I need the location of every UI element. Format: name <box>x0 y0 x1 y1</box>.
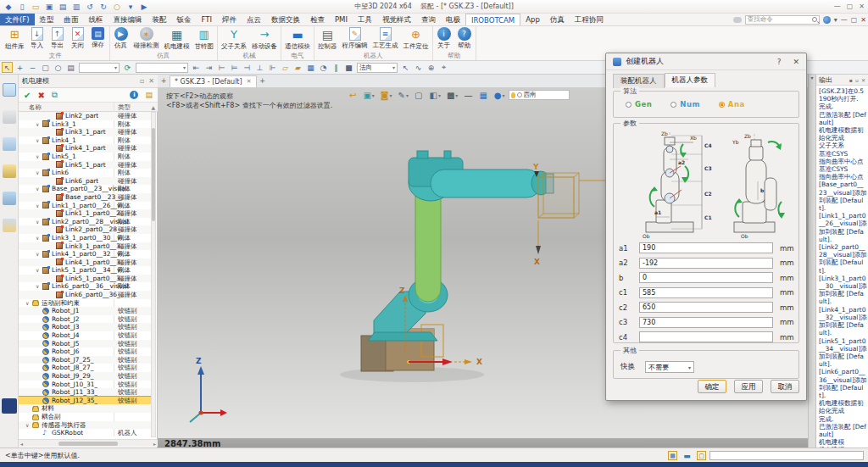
table-row[interactable]: ∨ Link3_1 刚体 <box>19 120 151 129</box>
ribbon-button[interactable]: ↑导出 <box>47 26 68 51</box>
pick-remove-icon[interactable]: − <box>27 62 38 73</box>
ribbon-button[interactable]: ▤控制器 <box>315 26 340 52</box>
ribbon-button[interactable]: ▦机电建模 <box>162 26 192 52</box>
table-row[interactable]: Robot_J4 铰链副 <box>19 331 151 340</box>
command-search-input[interactable]: 查找命令 <box>745 15 820 25</box>
mechatronics-panel-icon[interactable] <box>3 83 16 97</box>
scroll-up-icon[interactable]: ▲ <box>151 103 155 112</box>
ribbon-button[interactable]: Y父子关系 <box>219 26 249 52</box>
ok-button[interactable]: 确定 <box>698 380 726 393</box>
parameter-input[interactable] <box>639 258 773 269</box>
table-row[interactable]: Link4_1_part0__32__respon... 碰撞体 <box>19 259 151 267</box>
table-row[interactable]: Robot_J9_29_ 铰链副 <box>19 372 151 381</box>
collapse-caret-icon[interactable]: ▾ <box>810 75 813 81</box>
table-row[interactable]: Link2_part 碰撞体 <box>19 112 151 120</box>
expand-chevron-icon[interactable]: ∨ <box>36 169 42 177</box>
menu-tab[interactable]: 装配 <box>147 14 172 25</box>
pick-circle-icon[interactable]: ○ <box>53 62 64 73</box>
ribbon-button[interactable]: i关于 <box>434 26 454 51</box>
table-row[interactable]: Robot_J3 铰链副 <box>19 323 151 331</box>
expand-chevron-icon[interactable]: ∨ <box>36 120 42 129</box>
pick-box-icon[interactable]: ▢ <box>40 62 51 73</box>
menu-tab[interactable]: App <box>520 14 545 25</box>
box-select-icon[interactable]: ▢ <box>697 451 706 460</box>
menu-tab[interactable]: 数据交换 <box>266 14 305 25</box>
table-row[interactable]: Link4_1_part 碰撞体 <box>19 144 151 153</box>
expand-chevron-icon[interactable]: ∨ <box>36 266 42 275</box>
table-row[interactable]: ∨ Link2_part0__28__visual 刚体 <box>19 218 151 226</box>
cancel-icon[interactable]: ✖ <box>37 91 44 100</box>
table-row[interactable]: ∨ Link5_1 刚体 <box>19 153 151 161</box>
table-row[interactable]: Robot_J11_33_ 铰链副 <box>19 388 151 397</box>
selection-set-combo[interactable]: ▾ <box>136 63 188 73</box>
user-panel-icon[interactable] <box>3 219 16 232</box>
status-input[interactable] <box>709 451 864 460</box>
entity-filter-combo[interactable]: ▾ <box>79 63 120 73</box>
table-row[interactable]: Link3_1_part 碰撞体 <box>19 128 151 136</box>
ribbon-button[interactable]: ▤保存 <box>88 26 108 50</box>
dialog-titlebar[interactable]: 创建机器人 ? ✕ <box>606 53 806 70</box>
confirm-icon[interactable]: ✔ <box>24 91 31 100</box>
undo-icon[interactable]: ↺ <box>85 2 95 12</box>
expand-chevron-icon[interactable]: ∨ <box>36 136 42 145</box>
pick-list-icon[interactable]: ▤ <box>65 62 76 73</box>
table-row[interactable]: 材料 <box>19 404 151 413</box>
table-row[interactable]: Robot_J10_31_ 铰链副 <box>19 381 151 389</box>
algorithm-radio[interactable]: Num <box>670 100 700 108</box>
regen-icon[interactable]: ○ <box>112 2 122 12</box>
cloud-icon[interactable] <box>733 17 742 23</box>
structure-panel-icon[interactable] <box>3 137 16 151</box>
doc-close-icon[interactable]: ✕ <box>860 16 866 24</box>
table-row[interactable]: ∨ Link5_1_part0__34__visual 刚体 <box>19 266 151 275</box>
menu-tab[interactable]: 查询 <box>416 14 441 25</box>
cancel-button[interactable]: 取消 <box>771 380 799 393</box>
ribbon-button[interactable]: ↓导入 <box>27 26 47 51</box>
table-row[interactable]: ∨ Link4_1 刚体 <box>19 136 151 145</box>
menu-tab[interactable]: 电极 <box>441 14 465 25</box>
ribbon-button[interactable]: →移动设备 <box>249 26 280 52</box>
table-row[interactable]: GSKRobot 机器人 <box>19 429 151 437</box>
table-row[interactable]: Robot_J7_25_ 铰链副 <box>19 356 151 364</box>
menu-tab[interactable]: 造型 <box>35 14 59 25</box>
ribbon-button[interactable]: ⊕工件定位 <box>401 26 431 52</box>
snap-cursor-icon[interactable]: ↖ <box>400 62 411 73</box>
expand-chevron-icon[interactable]: ∨ <box>36 185 42 193</box>
refresh-filter-icon[interactable]: ⟳ <box>122 62 133 73</box>
constraint-1-icon[interactable]: ⊢ <box>216 62 227 73</box>
close-icon[interactable]: ✕ <box>859 3 865 10</box>
table-row[interactable]: Link1_1_part0__26__respon... 碰撞体 <box>19 209 151 218</box>
table-row[interactable]: Link5_1_part0__34__respon... 碰撞体 <box>19 275 151 283</box>
tree-horizontal-scrollbar[interactable]: ◂▸ <box>19 439 158 447</box>
menu-tab[interactable]: 工具 <box>353 14 377 25</box>
expand-chevron-icon[interactable]: ∨ <box>25 421 32 430</box>
dialog-tab[interactable]: 机器人参数 <box>665 73 716 87</box>
globe-caret-icon[interactable]: ▾ <box>834 16 837 24</box>
menu-tab[interactable]: 直接编辑 <box>108 14 147 25</box>
menu-tab[interactable]: FTI <box>197 14 217 25</box>
dropdown-caret-icon[interactable]: ▾ <box>125 2 136 12</box>
collapsed-panel-icon[interactable] <box>2 398 17 414</box>
redo-icon[interactable]: ↻ <box>98 2 108 12</box>
column-name[interactable]: 名称 <box>29 103 42 112</box>
account-icon[interactable] <box>823 16 831 24</box>
table-row[interactable]: Base_part0__23__responda... 碰撞体 <box>19 193 151 202</box>
stop-icon[interactable]: ■ <box>343 62 354 73</box>
menu-tab[interactable]: 线框 <box>84 14 108 25</box>
tab-scroll-icon[interactable]: + <box>158 75 170 87</box>
scene-panel-icon[interactable] <box>3 192 16 205</box>
new-tab-icon[interactable]: + <box>257 75 269 87</box>
table-row[interactable]: ∨ Link6 刚体 <box>19 169 151 177</box>
table-row[interactable]: Link3_1_part0__30__respon... 碰撞体 <box>19 242 151 251</box>
table-row[interactable]: Robot_J5 铰链副 <box>19 340 151 348</box>
ribbon-button[interactable]: ✕关闭 <box>68 26 88 51</box>
menu-tab[interactable]: 钣金 <box>172 14 197 25</box>
document-tab[interactable]: * GSK.Z3 - [Default] ✕ <box>170 75 257 87</box>
table-row[interactable]: ∨ 传感器与执行器 <box>19 421 151 430</box>
output-close-icon[interactable]: ✕ <box>861 77 865 83</box>
constraint-2-icon[interactable]: ⊨ <box>229 62 240 73</box>
signal-panel-icon[interactable] <box>3 110 16 124</box>
expand-chevron-icon[interactable]: ∨ <box>36 218 42 226</box>
pick-arrow-icon[interactable]: ↖ <box>2 62 13 73</box>
table-row[interactable]: Link5_1_part 碰撞体 <box>19 161 151 170</box>
menu-tab[interactable]: 视觉样式 <box>377 14 416 25</box>
